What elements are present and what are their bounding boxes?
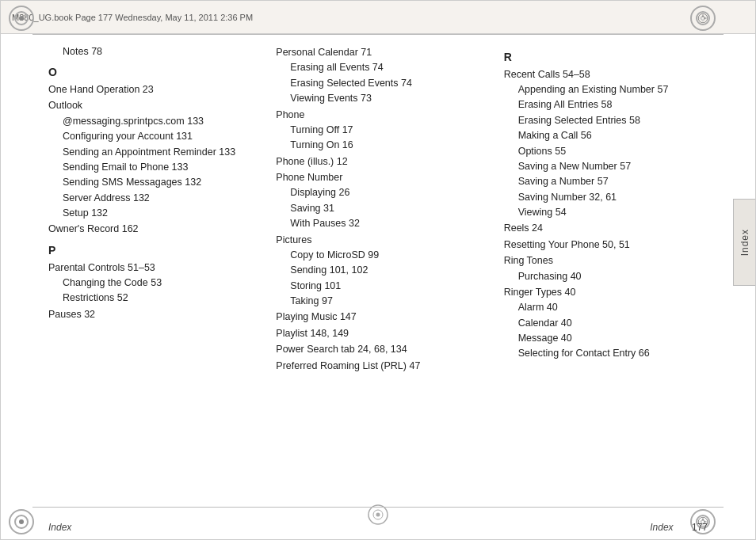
index-entry: Sending Email to Phone 133 (48, 160, 254, 175)
index-entry: R (504, 49, 709, 67)
index-entry: Erasing All Entries 58 (504, 97, 709, 112)
index-entry: Saving Number 32, 61 (504, 190, 709, 205)
index-entry: Erasing Selected Entries 58 (504, 113, 709, 128)
svg-point-14 (376, 513, 380, 517)
svg-marker-2 (702, 13, 704, 17)
index-entry: Outlook (48, 98, 254, 113)
footer-divider (32, 507, 724, 508)
index-entry: Storing 101 (276, 279, 481, 294)
index-entry: Configuring your Account 131 (48, 129, 254, 144)
index-entry: Owner's Record 162 (48, 222, 254, 237)
index-entry: Power Search tab 24, 68, 134 (276, 342, 481, 357)
index-entry: Alarm 40 (504, 300, 709, 315)
index-entry: Playing Music 147 (276, 310, 481, 325)
index-entry: Pauses 32 (48, 307, 254, 322)
index-entry: Recent Calls 54–58 (504, 67, 709, 82)
left-column: Notes 78OOne Hand Operation 23Outlook@me… (48, 44, 260, 496)
index-entry: Message 40 (504, 331, 709, 346)
svg-marker-3 (702, 19, 704, 23)
index-tab: Index (733, 199, 755, 286)
index-entry: Pictures (276, 233, 481, 248)
index-entry: Saving 31 (276, 201, 481, 216)
index-entry: Options 55 (504, 144, 709, 159)
index-entry: @messaging.sprintpcs.com 133 (48, 114, 254, 129)
index-entry: Server Address 132 (48, 191, 254, 206)
index-entry: Taking 97 (276, 294, 481, 309)
index-entry: Saving a Number 57 (504, 174, 709, 189)
index-entry: Making a Call 56 (504, 128, 709, 143)
index-entry: Restrictions 52 (48, 291, 254, 306)
index-entry: Calendar 40 (504, 316, 709, 331)
footer: Index Index 177 (1, 522, 755, 533)
index-entry: Purchasing 40 (504, 269, 709, 284)
index-entry: Phone (illus.) 12 (276, 154, 481, 169)
index-entry: Turning On 16 (276, 138, 481, 153)
index-entry: O (48, 64, 254, 82)
index-entry: Phone (276, 108, 481, 123)
index-entry: Preferred Roaming List (PRL) 47 (276, 359, 481, 374)
index-entry: Resetting Your Phone 50, 51 (504, 238, 709, 253)
svg-marker-4 (698, 17, 702, 20)
index-entry: P (48, 242, 254, 260)
index-entry: Sending 101, 102 (276, 263, 481, 278)
index-entry: Displaying 26 (276, 185, 481, 200)
index-entry: With Pauses 32 (276, 216, 481, 231)
index-entry: Viewing 54 (504, 205, 709, 220)
index-entry: Setup 132 (48, 206, 254, 221)
index-entry: Reels 24 (504, 221, 709, 236)
footer-left: Index (48, 522, 71, 533)
svg-point-1 (701, 16, 704, 20)
svg-marker-8 (702, 517, 704, 521)
index-entry: Playlist 148, 149 (276, 326, 481, 341)
mid-column: Personal Calendar 71Erasing all Events 7… (260, 44, 487, 496)
page: M380_UG.book Page 177 Wednesday, May 11,… (0, 0, 756, 540)
right-column: RRecent Calls 54–58Appending an Existing… (488, 44, 716, 496)
index-entry: Saving a New Number 57 (504, 159, 709, 174)
header-bar: M380_UG.book Page 177 Wednesday, May 11,… (1, 1, 755, 34)
index-entry: Changing the Code 53 (48, 276, 254, 291)
index-entry: Turning Off 17 (276, 123, 481, 138)
top-divider (32, 34, 724, 35)
main-content: Notes 78OOne Hand Operation 23Outlook@me… (48, 44, 716, 496)
index-entry: Notes 78 (48, 44, 254, 59)
index-entry: Erasing Selected Events 74 (276, 76, 481, 91)
index-entry: Sending SMS Messagages 132 (48, 175, 254, 190)
index-entry: Appending an Existing Number 57 (504, 82, 709, 97)
svg-marker-5 (704, 17, 708, 20)
index-entry: Phone Number (276, 170, 481, 185)
index-entry: Viewing Events 73 (276, 91, 481, 106)
footer-page: Index 177 (650, 522, 708, 533)
columns: Notes 78OOne Hand Operation 23Outlook@me… (48, 44, 716, 496)
index-entry: Erasing all Events 74 (276, 60, 481, 75)
index-tab-label: Index (739, 229, 750, 256)
index-entry: Copy to MicroSD 99 (276, 248, 481, 263)
index-entry: Sending an Appointment Reminder 133 (48, 145, 254, 160)
index-entry: Parental Controls 51–53 (48, 260, 254, 276)
index-entry: Selecting for Contact Entry 66 (504, 346, 709, 361)
corner-decoration-tl (9, 6, 34, 31)
index-entry: One Hand Operation 23 (48, 82, 254, 97)
corner-decoration-tr (690, 6, 716, 31)
index-entry: Personal Calendar 71 (276, 45, 481, 60)
header-text: M380_UG.book Page 177 Wednesday, May 11,… (12, 13, 253, 22)
index-entry: Ringer Types 40 (504, 285, 709, 300)
index-entry: Ring Tones (504, 253, 709, 268)
